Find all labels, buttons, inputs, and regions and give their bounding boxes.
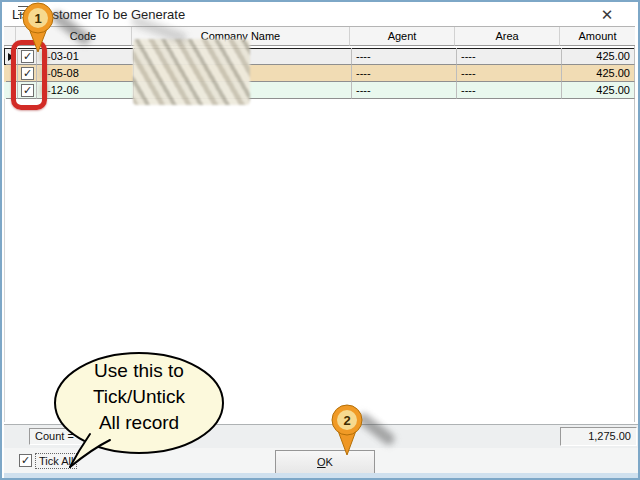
area-cell: ---- <box>457 65 562 82</box>
amount-cell: 425.00 <box>562 65 635 82</box>
area-cell: ---- <box>457 82 562 99</box>
callout-line-1: Use this to <box>59 360 219 382</box>
code-cell: -05-08 <box>37 65 134 82</box>
code-cell: -12-06 <box>37 82 134 99</box>
tick-all-checkbox[interactable]: ✓ <box>19 454 32 467</box>
total-amount: 1,275.00 <box>560 427 637 446</box>
company-name-redaction-blur <box>133 39 250 105</box>
area-cell: ---- <box>457 48 562 65</box>
marker-2-pin-icon: 2 <box>329 403 365 457</box>
column-header-agent[interactable]: Agent <box>350 27 455 46</box>
callout-line-3: All record <box>59 412 219 434</box>
marker-1-number: 1 <box>34 11 41 26</box>
agent-cell: ---- <box>352 82 457 99</box>
ok-button-mnemonic: O <box>317 456 326 468</box>
agent-cell: ---- <box>352 65 457 82</box>
ok-button-label: K <box>326 456 333 468</box>
marker-1-pin-icon: 1 <box>20 2 56 54</box>
dialog-window: List Customer To be Generate ✕ Code Comp… <box>0 0 640 480</box>
amount-cell: 425.00 <box>562 82 635 99</box>
agent-cell: ---- <box>352 48 457 65</box>
window-bottom-frame <box>4 473 640 480</box>
table-row[interactable]: ✓ -05-08 ---- ---- 425.00 <box>4 65 635 82</box>
table-row[interactable]: ✓ -12-06 ---- ---- 425.00 <box>4 82 635 99</box>
table-row[interactable]: ✓ -03-01 ---- ---- 425.00 <box>4 48 635 65</box>
close-icon[interactable]: ✕ <box>596 6 618 24</box>
column-header-area[interactable]: Area <box>455 27 560 46</box>
callout-line-2: Tick/Untick <box>59 386 219 408</box>
marker-2-number: 2 <box>343 413 350 428</box>
amount-cell: 425.00 <box>562 48 635 65</box>
column-header-amount[interactable]: Amount <box>560 27 635 46</box>
